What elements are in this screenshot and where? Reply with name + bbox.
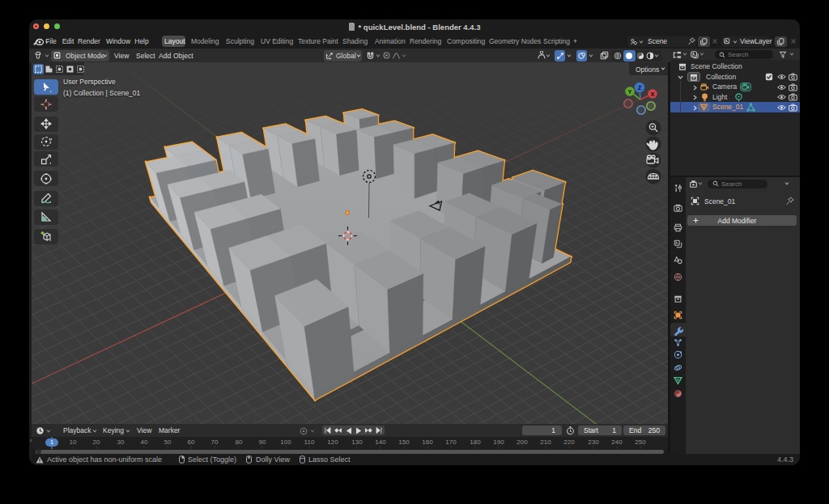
- svg-text:X: X: [650, 91, 654, 98]
- svg-text:Y: Y: [627, 88, 631, 95]
- svg-text:Z: Z: [638, 84, 642, 91]
